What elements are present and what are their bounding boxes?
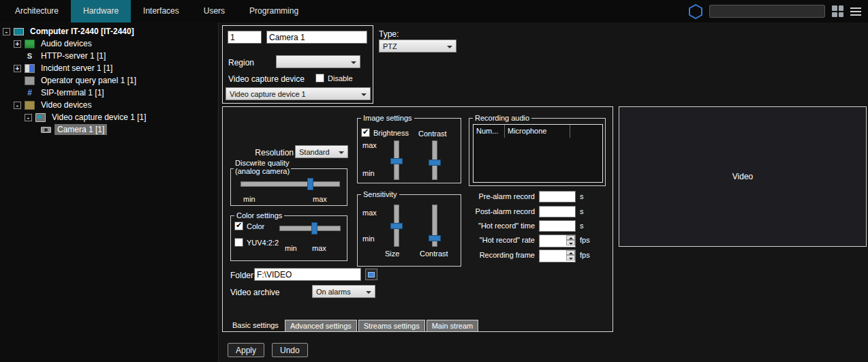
disable-checkbox-row: Disable [315, 74, 353, 82]
tree-item-operator-query-panel[interactable]: Operator query panel 1 [1] [0, 74, 218, 87]
collapse-icon[interactable] [25, 114, 32, 121]
search-input[interactable] [709, 5, 825, 18]
min-label: min [243, 195, 255, 203]
tree-item-label: Video capture device 1 [1] [49, 112, 149, 123]
resolution-dropdown-value: Standard [299, 148, 330, 156]
slider-thumb[interactable] [307, 178, 313, 190]
max-label: max [313, 195, 327, 203]
post-alarm-record-label: Post-alarm record [441, 207, 535, 215]
video-archive-dropdown[interactable]: On alarms [312, 285, 375, 298]
recording-audio-title: Recording audio [473, 113, 531, 123]
menu-interfaces[interactable]: Interfaces [131, 0, 191, 22]
max-label: max [362, 209, 377, 217]
spin-up-icon[interactable] [566, 235, 575, 241]
sensitivity-title: Sensitivity [361, 190, 399, 199]
resolution-label: Resolution [242, 148, 294, 157]
tree-item-audio-devices[interactable]: Audio devices [0, 37, 218, 50]
layout-grid-icon[interactable] [832, 5, 843, 17]
hot-record-rate-label: "Hot record" rate [441, 236, 535, 244]
brightness-slider[interactable] [390, 140, 403, 180]
tree-item-camera[interactable]: Camera 1 [1] [0, 123, 218, 136]
hot-record-time-input[interactable] [539, 220, 576, 232]
column-header-num[interactable]: Num... [474, 125, 505, 138]
slider-thumb[interactable] [429, 235, 441, 241]
resolution-dropdown[interactable]: Standard [295, 145, 348, 158]
spinner-buttons [566, 250, 575, 260]
collapse-icon[interactable] [14, 102, 21, 109]
browse-folder-button[interactable] [365, 269, 377, 280]
spin-up-icon[interactable] [566, 250, 575, 256]
sensitivity-size-slider[interactable] [390, 205, 403, 247]
tab-main-stream[interactable]: Main stream [427, 320, 479, 331]
pre-alarm-record-input[interactable] [539, 191, 576, 202]
menu-architecture[interactable]: Architecture [3, 0, 71, 22]
menu-programming[interactable]: Programming [237, 0, 311, 22]
tree-item-sip-terminal[interactable]: SIP-terminal 1 [1] [0, 87, 218, 99]
unit-label: s [580, 207, 584, 215]
pre-alarm-record-label: Pre-alarm record [441, 192, 535, 200]
recording-frame-row: Recording frame fps [441, 249, 590, 261]
folder-path-input[interactable] [254, 268, 361, 281]
contrast-slider[interactable] [429, 140, 441, 180]
menu-hardware[interactable]: Hardware [71, 0, 131, 22]
menu-users[interactable]: Users [191, 0, 237, 22]
contrast-label: Contrast [418, 130, 447, 138]
tree-item-http-server[interactable]: HTTP-server 1 [1] [0, 50, 218, 62]
capture-device-label: Video capture device [228, 74, 305, 84]
expand-icon[interactable] [14, 40, 21, 48]
expand-icon[interactable] [14, 65, 21, 72]
camera-name-input[interactable] [266, 31, 367, 44]
camera-id-input[interactable] [228, 31, 262, 44]
region-dropdown[interactable] [276, 55, 360, 68]
slider-thumb[interactable] [429, 160, 441, 166]
color-slider[interactable] [279, 222, 341, 235]
video-preview-panel: Video [619, 106, 867, 247]
slider-thumb[interactable] [390, 223, 403, 229]
capture-device-dropdown-value: Video capture device 1 [230, 90, 306, 98]
tree-item-video-devices[interactable]: Video devices [0, 99, 218, 111]
slider-track[interactable] [241, 181, 340, 187]
apply-button[interactable]: Apply [228, 343, 264, 357]
hamburger-menu-icon[interactable] [850, 7, 861, 16]
tab-streams-settings[interactable]: Streams settings [358, 320, 425, 331]
camera-identity-box: Region Video capture device Disable Vide… [222, 25, 373, 104]
type-dropdown[interactable]: PTZ [379, 40, 456, 52]
settings-tab-strip: Basic settings Advanced settings Streams… [228, 320, 478, 331]
yuv-label: YUV4:2:2 [247, 239, 279, 247]
top-menu-bar: Architecture Hardware Interfaces Users P… [0, 0, 868, 22]
post-alarm-record-input[interactable] [539, 206, 576, 217]
tree-item-incident-server[interactable]: Incident server 1 [1] [0, 62, 218, 74]
tab-advanced-settings[interactable]: Advanced settings [285, 320, 357, 331]
capture-device-dropdown[interactable]: Video capture device 1 [226, 87, 371, 100]
spin-down-icon[interactable] [566, 255, 575, 260]
tree-item-video-capture-device[interactable]: Video capture device 1 [1] [0, 111, 218, 123]
type-dropdown-value: PTZ [383, 42, 397, 50]
tab-basic-settings[interactable]: Basic settings [228, 320, 283, 331]
sensitivity-contrast-slider[interactable] [429, 205, 441, 247]
discwrite-quality-slider[interactable] [241, 178, 340, 190]
yuv-checkbox[interactable] [234, 238, 243, 247]
tree-item-label: Computer IT-2440 [IT-2440] [27, 26, 137, 37]
unit-label: s [580, 222, 584, 230]
color-settings-group: Color settings Color YUV4:2:2 min max [230, 215, 347, 261]
collapse-icon[interactable] [3, 28, 10, 35]
tree-item-computer[interactable]: Computer IT-2440 [IT-2440] [0, 25, 218, 37]
color-settings-title: Color settings [234, 211, 284, 220]
region-label: Region [228, 58, 254, 67]
color-checkbox[interactable] [234, 222, 243, 230]
undo-button[interactable]: Undo [272, 343, 308, 357]
slider-track[interactable] [279, 226, 341, 231]
disable-label: Disable [328, 74, 353, 82]
type-label: Type: [379, 29, 399, 39]
operator-panel-icon [25, 76, 35, 85]
disable-checkbox[interactable] [315, 74, 324, 82]
hot-record-rate-row: "Hot record" rate fps [441, 234, 590, 246]
device-tree: Computer IT-2440 [IT-2440] Audio devices… [0, 22, 219, 362]
brightness-checkbox[interactable] [361, 128, 370, 137]
column-header-microphone[interactable]: Microphone [505, 125, 570, 138]
slider-thumb[interactable] [390, 158, 403, 164]
brightness-label: Brightness [373, 129, 409, 137]
slider-thumb[interactable] [311, 222, 317, 235]
spin-down-icon[interactable] [566, 240, 575, 245]
folder-browse-icon [368, 272, 375, 277]
